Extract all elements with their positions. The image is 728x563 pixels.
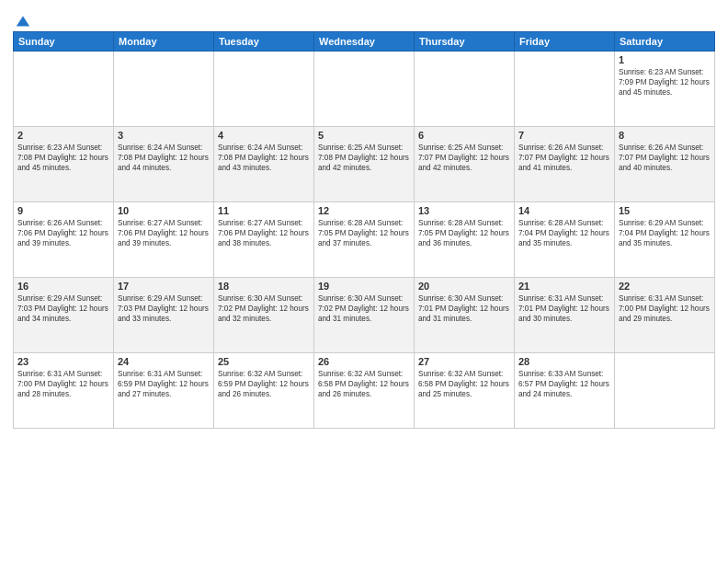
day-number: 15 (619, 205, 711, 216)
calendar-cell: 14Sunrise: 6:28 AM Sunset: 7:04 PM Dayli… (515, 202, 615, 278)
day-info: Sunrise: 6:28 AM Sunset: 7:05 PM Dayligh… (418, 218, 510, 248)
calendar-cell: 3Sunrise: 6:24 AM Sunset: 7:08 PM Daylig… (114, 127, 214, 202)
day-number: 3 (118, 130, 210, 141)
calendar-cell (415, 52, 515, 127)
calendar-cell (515, 52, 615, 127)
calendar-cell: 8Sunrise: 6:26 AM Sunset: 7:07 PM Daylig… (615, 127, 715, 202)
calendar-cell (314, 52, 415, 127)
day-info: Sunrise: 6:29 AM Sunset: 7:03 PM Dayligh… (118, 293, 210, 324)
day-info: Sunrise: 6:25 AM Sunset: 7:08 PM Dayligh… (318, 143, 410, 173)
calendar-week-row: 16Sunrise: 6:29 AM Sunset: 7:03 PM Dayli… (14, 278, 715, 353)
day-number: 25 (218, 356, 310, 367)
calendar-cell: 5Sunrise: 6:25 AM Sunset: 7:08 PM Daylig… (314, 127, 415, 202)
logo-icon (15, 13, 31, 29)
day-of-week-header: Sunday (14, 32, 114, 52)
day-info: Sunrise: 6:26 AM Sunset: 7:06 PM Dayligh… (17, 218, 109, 248)
day-number: 23 (17, 356, 109, 367)
day-info: Sunrise: 6:28 AM Sunset: 7:04 PM Dayligh… (518, 218, 610, 248)
day-of-week-header: Friday (515, 32, 615, 52)
day-info: Sunrise: 6:29 AM Sunset: 7:04 PM Dayligh… (619, 218, 711, 248)
day-number: 1 (619, 54, 711, 65)
calendar-cell: 25Sunrise: 6:32 AM Sunset: 6:59 PM Dayli… (214, 353, 314, 429)
day-info: Sunrise: 6:23 AM Sunset: 7:09 PM Dayligh… (619, 67, 711, 98)
calendar-cell: 11Sunrise: 6:27 AM Sunset: 7:06 PM Dayli… (214, 202, 314, 278)
day-of-week-header: Saturday (615, 32, 715, 52)
calendar-cell: 21Sunrise: 6:31 AM Sunset: 7:01 PM Dayli… (515, 278, 615, 353)
day-info: Sunrise: 6:30 AM Sunset: 7:01 PM Dayligh… (418, 293, 510, 324)
day-info: Sunrise: 6:31 AM Sunset: 7:00 PM Dayligh… (619, 293, 711, 324)
calendar-cell: 28Sunrise: 6:33 AM Sunset: 6:57 PM Dayli… (515, 353, 615, 429)
day-number: 22 (619, 281, 711, 292)
day-number: 9 (17, 205, 109, 216)
day-number: 2 (17, 130, 109, 141)
day-number: 24 (118, 356, 210, 367)
day-number: 8 (619, 130, 711, 141)
day-info: Sunrise: 6:32 AM Sunset: 6:58 PM Dayligh… (318, 369, 410, 399)
calendar-cell (114, 52, 214, 127)
day-info: Sunrise: 6:30 AM Sunset: 7:02 PM Dayligh… (218, 293, 310, 324)
header (13, 9, 715, 28)
calendar-cell: 23Sunrise: 6:31 AM Sunset: 7:00 PM Dayli… (14, 353, 114, 429)
calendar-cell: 20Sunrise: 6:30 AM Sunset: 7:01 PM Dayli… (415, 278, 515, 353)
day-number: 26 (318, 356, 410, 367)
calendar-week-row: 2Sunrise: 6:23 AM Sunset: 7:08 PM Daylig… (14, 127, 715, 202)
day-number: 21 (518, 281, 610, 292)
day-of-week-header: Tuesday (214, 32, 314, 52)
day-info: Sunrise: 6:24 AM Sunset: 7:08 PM Dayligh… (218, 143, 310, 173)
day-number: 20 (418, 281, 510, 292)
day-info: Sunrise: 6:31 AM Sunset: 6:59 PM Dayligh… (118, 369, 210, 399)
day-info: Sunrise: 6:32 AM Sunset: 6:59 PM Dayligh… (218, 369, 310, 399)
day-number: 14 (518, 205, 610, 216)
calendar-cell: 19Sunrise: 6:30 AM Sunset: 7:02 PM Dayli… (314, 278, 415, 353)
day-info: Sunrise: 6:33 AM Sunset: 6:57 PM Dayligh… (518, 369, 610, 399)
day-number: 19 (318, 281, 410, 292)
calendar-cell: 24Sunrise: 6:31 AM Sunset: 6:59 PM Dayli… (114, 353, 214, 429)
day-number: 18 (218, 281, 310, 292)
day-info: Sunrise: 6:25 AM Sunset: 7:07 PM Dayligh… (418, 143, 510, 173)
calendar-week-row: 1Sunrise: 6:23 AM Sunset: 7:09 PM Daylig… (14, 52, 715, 127)
calendar-cell: 15Sunrise: 6:29 AM Sunset: 7:04 PM Dayli… (615, 202, 715, 278)
calendar-cell: 16Sunrise: 6:29 AM Sunset: 7:03 PM Dayli… (14, 278, 114, 353)
calendar-cell: 12Sunrise: 6:28 AM Sunset: 7:05 PM Dayli… (314, 202, 415, 278)
calendar-cell: 22Sunrise: 6:31 AM Sunset: 7:00 PM Dayli… (615, 278, 715, 353)
calendar-body: 1Sunrise: 6:23 AM Sunset: 7:09 PM Daylig… (14, 52, 715, 429)
day-info: Sunrise: 6:31 AM Sunset: 7:01 PM Dayligh… (518, 293, 610, 324)
calendar-cell: 2Sunrise: 6:23 AM Sunset: 7:08 PM Daylig… (14, 127, 114, 202)
calendar-cell: 6Sunrise: 6:25 AM Sunset: 7:07 PM Daylig… (415, 127, 515, 202)
calendar-cell: 10Sunrise: 6:27 AM Sunset: 7:06 PM Dayli… (114, 202, 214, 278)
day-number: 13 (418, 205, 510, 216)
calendar-cell: 26Sunrise: 6:32 AM Sunset: 6:58 PM Dayli… (314, 353, 415, 429)
day-info: Sunrise: 6:26 AM Sunset: 7:07 PM Dayligh… (619, 143, 711, 173)
svg-marker-0 (17, 17, 29, 27)
logo (13, 13, 31, 28)
day-number: 7 (518, 130, 610, 141)
calendar-cell: 4Sunrise: 6:24 AM Sunset: 7:08 PM Daylig… (214, 127, 314, 202)
day-number: 4 (218, 130, 310, 141)
page: SundayMondayTuesdayWednesdayThursdayFrid… (0, 0, 728, 438)
calendar-cell (615, 353, 715, 429)
day-number: 6 (418, 130, 510, 141)
day-info: Sunrise: 6:24 AM Sunset: 7:08 PM Dayligh… (118, 143, 210, 173)
calendar-cell: 18Sunrise: 6:30 AM Sunset: 7:02 PM Dayli… (214, 278, 314, 353)
day-number: 11 (218, 205, 310, 216)
calendar-header-row: SundayMondayTuesdayWednesdayThursdayFrid… (14, 32, 715, 52)
day-info: Sunrise: 6:32 AM Sunset: 6:58 PM Dayligh… (418, 369, 510, 399)
calendar-cell: 9Sunrise: 6:26 AM Sunset: 7:06 PM Daylig… (14, 202, 114, 278)
calendar-week-row: 23Sunrise: 6:31 AM Sunset: 7:00 PM Dayli… (14, 353, 715, 429)
calendar-cell: 13Sunrise: 6:28 AM Sunset: 7:05 PM Dayli… (415, 202, 515, 278)
day-of-week-header: Thursday (415, 32, 515, 52)
day-number: 12 (318, 205, 410, 216)
day-number: 17 (118, 281, 210, 292)
calendar-cell (14, 52, 114, 127)
calendar-cell (214, 52, 314, 127)
day-info: Sunrise: 6:31 AM Sunset: 7:00 PM Dayligh… (17, 369, 109, 399)
calendar-cell: 17Sunrise: 6:29 AM Sunset: 7:03 PM Dayli… (114, 278, 214, 353)
day-of-week-header: Wednesday (314, 32, 415, 52)
day-number: 16 (17, 281, 109, 292)
day-of-week-header: Monday (114, 32, 214, 52)
day-info: Sunrise: 6:23 AM Sunset: 7:08 PM Dayligh… (17, 143, 109, 173)
day-info: Sunrise: 6:28 AM Sunset: 7:05 PM Dayligh… (318, 218, 410, 248)
day-number: 27 (418, 356, 510, 367)
day-info: Sunrise: 6:26 AM Sunset: 7:07 PM Dayligh… (518, 143, 610, 173)
day-info: Sunrise: 6:27 AM Sunset: 7:06 PM Dayligh… (218, 218, 310, 248)
